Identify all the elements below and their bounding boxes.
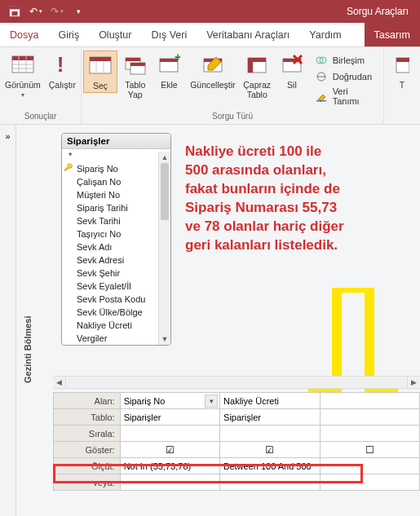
svg-text:!: ! bbox=[57, 54, 64, 77]
crosstab-icon bbox=[244, 52, 270, 78]
save-icon[interactable] bbox=[5, 2, 24, 21]
passthrough-button[interactable]: Doğrudan bbox=[315, 70, 377, 83]
scroll-left-icon[interactable]: ◀ bbox=[53, 377, 66, 388]
datadef-label: Veri Tanımı bbox=[333, 86, 377, 106]
undo-icon[interactable]: ↶▾ bbox=[26, 2, 46, 21]
field-item[interactable]: Müşteri No bbox=[62, 188, 170, 201]
view-button[interactable]: Görünüm ▾ bbox=[2, 51, 44, 100]
or-cell[interactable] bbox=[120, 474, 219, 491]
redo-icon[interactable]: ↷▾ bbox=[47, 2, 67, 21]
svg-rect-17 bbox=[130, 63, 145, 66]
tab-create[interactable]: Oluştur bbox=[89, 23, 141, 46]
tab-external[interactable]: Dış Veri bbox=[141, 23, 197, 46]
passthrough-icon bbox=[315, 70, 328, 83]
svg-rect-2 bbox=[12, 11, 18, 15]
datadef-icon bbox=[315, 90, 328, 103]
fieldlist-scrollbar[interactable]: ▲ ▼ bbox=[158, 152, 170, 345]
field-cell[interactable]: Nakliye Ücreti bbox=[220, 393, 320, 409]
delete-query-icon bbox=[279, 52, 305, 78]
svg-text:+: + bbox=[175, 54, 180, 64]
svg-rect-1 bbox=[10, 7, 20, 10]
datasheet-view-icon bbox=[10, 52, 36, 78]
field-item[interactable]: * bbox=[62, 149, 170, 162]
field-item[interactable]: Sevk Ülke/Bölge bbox=[62, 306, 170, 319]
criteria-cell[interactable]: Between 100 And 500 bbox=[220, 458, 320, 474]
datadef-button[interactable]: Veri Tanımı bbox=[315, 86, 377, 106]
nav-pane-label: Gezinti Bölmesi bbox=[23, 315, 33, 383]
row-label-criteria: Ölçüt: bbox=[54, 458, 121, 474]
make-table-icon bbox=[122, 52, 148, 78]
tab-help[interactable]: Yardım bbox=[299, 23, 351, 46]
append-button[interactable]: + Ekle bbox=[153, 51, 186, 91]
field-item[interactable]: Sevk Posta Kodu bbox=[62, 293, 170, 306]
or-cell[interactable] bbox=[220, 474, 320, 491]
sort-cell[interactable] bbox=[120, 426, 219, 442]
row-label-sort: Sırala: bbox=[54, 426, 121, 442]
field-item[interactable]: Taşıyıcı No bbox=[62, 227, 170, 240]
grid-row-field: Alan: Sipariş No Nakliye Ücreti bbox=[54, 393, 420, 409]
select-query-icon bbox=[87, 53, 113, 79]
field-item[interactable]: Sevk Eyalet/İl bbox=[62, 280, 170, 293]
show-checkbox[interactable] bbox=[120, 442, 219, 458]
grid-row-sort: Sırala: bbox=[54, 426, 420, 442]
qat-customize-icon[interactable]: ▾ bbox=[69, 2, 88, 21]
select-query-button[interactable]: Seç bbox=[83, 51, 117, 93]
show-checkbox[interactable] bbox=[320, 442, 419, 458]
table-source-card[interactable]: Siparişler * Sipariş No Çalışan No Müşte… bbox=[61, 133, 171, 346]
query-design-grid[interactable]: Alan: Sipariş No Nakliye Ücreti Tablo: S… bbox=[53, 392, 420, 491]
field-item[interactable]: Sevk Şehir bbox=[62, 267, 170, 280]
field-item[interactable]: Vergiler bbox=[62, 332, 170, 345]
field-item[interactable]: Sevk Tarihi bbox=[62, 214, 170, 227]
tab-file[interactable]: Dosya bbox=[0, 23, 48, 46]
or-cell[interactable] bbox=[320, 474, 419, 491]
grid-row-criteria: Ölçüt: Not In (55;73;78) Between 100 And… bbox=[54, 458, 420, 474]
crosstab-button[interactable]: Çapraz Tablo bbox=[240, 51, 274, 101]
nav-pane-shutter[interactable]: » bbox=[0, 125, 16, 516]
update-icon bbox=[200, 52, 226, 78]
scroll-down-icon[interactable]: ▼ bbox=[159, 333, 170, 345]
upper-pane-hscroll[interactable]: ◀ ▶ bbox=[53, 376, 420, 389]
sort-cell[interactable] bbox=[320, 426, 419, 442]
criteria-cell[interactable]: Not In (55;73;78) bbox=[120, 458, 219, 474]
expand-icon: » bbox=[5, 131, 10, 141]
field-item[interactable]: Sipariş No bbox=[62, 162, 170, 175]
tab-design[interactable]: Tasarım bbox=[365, 23, 420, 46]
delete-query-label: Sil bbox=[287, 80, 297, 90]
run-button[interactable]: ! Çalıştır bbox=[46, 51, 79, 91]
select-query-label: Seç bbox=[93, 81, 108, 90]
update-button[interactable]: Güncelleştir bbox=[187, 51, 238, 91]
grid-row-or: veya: bbox=[54, 474, 420, 491]
field-item[interactable]: Nakliye Ücreti bbox=[62, 319, 170, 332]
scroll-up-icon[interactable]: ▲ bbox=[159, 152, 170, 163]
truncated-icon bbox=[389, 52, 415, 78]
show-checkbox[interactable] bbox=[220, 442, 320, 458]
truncated-button[interactable]: T bbox=[386, 51, 418, 91]
update-label: Güncelleştir bbox=[190, 80, 235, 90]
table-cell[interactable] bbox=[320, 409, 419, 426]
run-button-label: Çalıştır bbox=[49, 80, 76, 90]
field-cell[interactable]: Sipariş No bbox=[120, 393, 219, 409]
scroll-thumb[interactable] bbox=[161, 163, 169, 220]
table-cell[interactable]: Siparişler bbox=[220, 409, 320, 426]
field-item[interactable]: Sevk Adresi bbox=[62, 254, 170, 267]
group-querytype-label: Sorgu Türü bbox=[212, 112, 253, 122]
field-item[interactable]: Çalışan No bbox=[62, 175, 170, 188]
field-item[interactable]: Sevk Adı bbox=[62, 240, 170, 254]
append-label: Ekle bbox=[161, 80, 177, 90]
svg-rect-31 bbox=[316, 100, 326, 102]
scroll-right-icon[interactable]: ▶ bbox=[407, 377, 420, 388]
svg-rect-25 bbox=[248, 58, 253, 73]
crosstab-label: Çapraz Tablo bbox=[243, 80, 271, 99]
make-table-button[interactable]: Tablo Yap bbox=[119, 51, 152, 101]
table-cell[interactable]: Siparişler bbox=[120, 409, 219, 426]
criteria-cell[interactable] bbox=[320, 458, 419, 474]
annotation-text: Nakliye ücreti 100 ile 500 arasında olan… bbox=[185, 143, 393, 255]
delete-query-button[interactable]: Sil bbox=[276, 51, 308, 91]
field-item[interactable]: Sipariş Tarihi bbox=[62, 201, 170, 214]
tab-home[interactable]: Giriş bbox=[48, 23, 89, 46]
tab-dbtools[interactable]: Veritabanı Araçları bbox=[197, 23, 299, 46]
sort-cell[interactable] bbox=[220, 426, 320, 442]
field-cell[interactable] bbox=[320, 393, 419, 409]
union-button[interactable]: Birleşim bbox=[315, 54, 377, 67]
row-label-show: Göster: bbox=[54, 442, 121, 458]
